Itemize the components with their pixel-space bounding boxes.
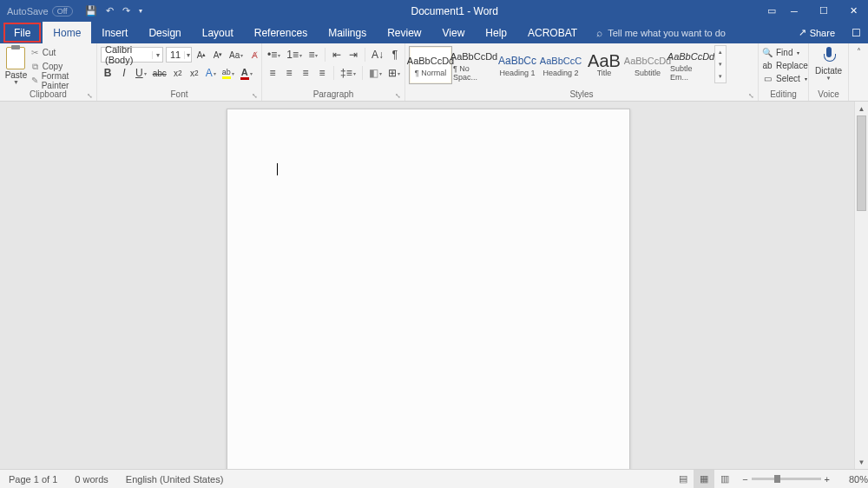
scissors-icon: ✂ xyxy=(30,48,40,57)
vertical-scrollbar[interactable]: ▲ ▼ xyxy=(854,102,868,469)
tab-home[interactable]: Home xyxy=(43,22,91,43)
tab-design[interactable]: Design xyxy=(138,22,191,43)
comments-button[interactable]: ☐ xyxy=(844,22,868,43)
find-button[interactable]: 🔍Find▾ xyxy=(762,46,808,59)
share-button[interactable]: ↗ Share xyxy=(790,22,844,43)
collapse-ribbon-icon[interactable]: ˄ xyxy=(857,47,861,56)
maximize-button[interactable]: ☐ xyxy=(809,0,838,22)
bullets-button[interactable]: •≡▾ xyxy=(266,47,282,63)
redo-icon[interactable]: ↷ xyxy=(122,5,130,16)
align-right-button[interactable]: ≡ xyxy=(299,65,312,81)
scroll-up-icon[interactable]: ▲ xyxy=(855,102,868,115)
status-bar: Page 1 of 1 0 words English (United Stat… xyxy=(0,469,868,488)
shading-button[interactable]: ◧▾ xyxy=(367,65,384,81)
save-icon[interactable]: 💾 xyxy=(85,5,97,16)
decrease-indent-button[interactable]: ⇤ xyxy=(330,47,344,63)
ribbon: Paste ▼ ✂Cut ⧉Copy ✎Format Painter Clipb… xyxy=(0,43,868,102)
tell-me-search[interactable]: ⌕ Tell me what you want to do xyxy=(596,22,726,43)
select-icon: ▭ xyxy=(762,74,773,83)
strikethrough-button[interactable]: abc xyxy=(151,65,168,81)
minimize-button[interactable]: ─ xyxy=(779,0,809,22)
tab-view[interactable]: View xyxy=(432,22,476,43)
tab-insert[interactable]: Insert xyxy=(91,22,138,43)
close-button[interactable]: ✕ xyxy=(838,0,868,22)
cut-button[interactable]: ✂Cut xyxy=(30,46,93,59)
style-heading-2[interactable]: AaBbCcCHeading 2 xyxy=(539,46,582,84)
multilevel-list-button[interactable]: ≡▾ xyxy=(306,47,320,63)
title-bar: AutoSave Off 💾 ↶ ↷ ▾ Document1 - Word ▭ … xyxy=(0,0,868,22)
grow-font-button[interactable]: A▴ xyxy=(194,47,208,63)
scroll-down-icon[interactable]: ▼ xyxy=(855,455,868,469)
dictate-button[interactable]: Dictate ▼ xyxy=(812,45,845,81)
zoom-out-button[interactable]: − xyxy=(742,474,747,485)
justify-button[interactable]: ≡ xyxy=(315,65,329,81)
style-heading-1[interactable]: AaBbCcHeading 1 xyxy=(496,46,539,84)
sort-button[interactable]: A↓ xyxy=(370,47,385,63)
superscript-button[interactable]: x2 xyxy=(187,65,201,81)
window-title: Document1 - Word xyxy=(142,5,767,17)
show-marks-button[interactable]: ¶ xyxy=(388,47,402,63)
document-area: ▲ ▼ xyxy=(0,102,868,469)
zoom-slider[interactable] xyxy=(752,478,821,480)
tab-references[interactable]: References xyxy=(244,22,318,43)
quick-access-toolbar: 💾 ↶ ↷ ▾ xyxy=(85,5,142,16)
tab-help[interactable]: Help xyxy=(475,22,517,43)
tab-mailings[interactable]: Mailings xyxy=(318,22,377,43)
replace-button[interactable]: abReplace xyxy=(762,59,808,72)
italic-button[interactable]: I xyxy=(117,65,131,81)
subscript-button[interactable]: x2 xyxy=(171,65,185,81)
language-status[interactable]: English (United States) xyxy=(117,474,233,485)
borders-button[interactable]: ⊞▾ xyxy=(386,65,402,81)
tab-acrobat[interactable]: ACROBAT xyxy=(517,22,588,43)
scrollbar-thumb[interactable] xyxy=(857,115,866,211)
style-subtitle[interactable]: AaBbCcDdSubtitle xyxy=(626,46,669,84)
increase-indent-button[interactable]: ⇥ xyxy=(346,47,360,63)
style-subtle-emphasis[interactable]: AaBbCcDdSubtle Em... xyxy=(669,46,713,84)
document-page[interactable] xyxy=(227,109,630,469)
highlight-button[interactable]: ab▾ xyxy=(220,65,236,81)
tab-layout[interactable]: Layout xyxy=(192,22,244,43)
dialog-launcher-icon[interactable]: ⤡ xyxy=(252,92,258,100)
autosave-toggle[interactable]: AutoSave Off xyxy=(7,6,73,16)
dialog-launcher-icon[interactable]: ⤡ xyxy=(87,92,93,100)
font-name-combo[interactable]: Calibri (Body)▾ xyxy=(101,47,163,63)
bold-button[interactable]: B xyxy=(101,65,115,81)
select-button[interactable]: ▭Select▾ xyxy=(762,72,808,85)
align-center-button[interactable]: ≡ xyxy=(282,65,296,81)
text-effects-button[interactable]: A▾ xyxy=(204,65,218,81)
dialog-launcher-icon[interactable]: ⤡ xyxy=(748,92,754,100)
font-size-combo[interactable]: 11▾ xyxy=(166,47,192,63)
tab-file[interactable]: File xyxy=(3,23,41,43)
paste-button[interactable]: Paste ▼ xyxy=(3,45,29,85)
ribbon-display-options-icon[interactable]: ▭ xyxy=(767,5,776,16)
clear-formatting-button[interactable]: A̸ xyxy=(247,47,261,63)
numbering-button[interactable]: 1≡▾ xyxy=(285,47,304,63)
styles-more-button[interactable]: ▴▾▾ xyxy=(714,45,727,83)
qat-customize-icon[interactable]: ▾ xyxy=(139,7,142,15)
change-case-button[interactable]: Aa▾ xyxy=(227,47,245,63)
dialog-launcher-icon[interactable]: ⤡ xyxy=(395,92,401,100)
style-title[interactable]: AaBTitle xyxy=(582,46,626,84)
group-styles: AaBbCcDd¶ Normal AaBbCcDd¶ No Spac... Aa… xyxy=(405,43,759,101)
zoom-in-button[interactable]: + xyxy=(825,474,830,485)
paste-icon xyxy=(6,47,25,69)
tab-review[interactable]: Review xyxy=(377,22,431,43)
zoom-level[interactable]: 80% xyxy=(837,474,868,485)
font-color-button[interactable]: A▾ xyxy=(239,65,254,81)
tell-me-placeholder: Tell me what you want to do xyxy=(608,28,726,38)
share-icon: ↗ xyxy=(799,27,806,38)
read-mode-button[interactable]: ▤ xyxy=(673,470,694,489)
style-no-spacing[interactable]: AaBbCcDd¶ No Spac... xyxy=(452,46,496,84)
shrink-font-button[interactable]: A▾ xyxy=(211,47,225,63)
print-layout-button[interactable]: ▦ xyxy=(694,470,714,489)
web-layout-button[interactable]: ▥ xyxy=(714,470,735,489)
group-editing: 🔍Find▾ abReplace ▭Select▾ Editing xyxy=(759,43,809,101)
undo-icon[interactable]: ↶ xyxy=(106,5,114,16)
underline-button[interactable]: U▾ xyxy=(134,65,148,81)
line-spacing-button[interactable]: ‡≡▾ xyxy=(339,65,358,81)
align-left-button[interactable]: ≡ xyxy=(266,65,279,81)
style-normal[interactable]: AaBbCcDd¶ Normal xyxy=(409,46,452,84)
word-count-status[interactable]: 0 words xyxy=(66,474,117,485)
page-number-status[interactable]: Page 1 of 1 xyxy=(0,474,66,485)
format-painter-button[interactable]: ✎Format Painter xyxy=(30,74,93,87)
